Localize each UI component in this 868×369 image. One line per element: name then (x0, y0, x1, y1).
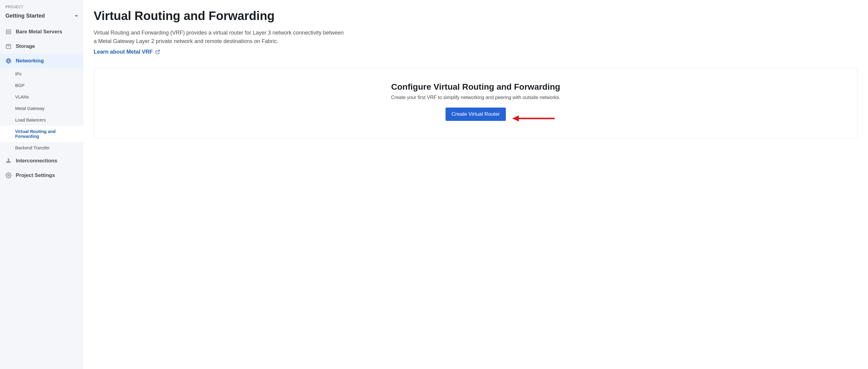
subnav-item-vlans[interactable]: VLANs (0, 91, 83, 103)
svg-point-8 (9, 162, 10, 163)
sidebar-item-label: Project Settings (16, 172, 55, 178)
empty-state-panel: Configure Virtual Routing and Forwarding… (94, 68, 858, 138)
panel-subtitle: Create your first VRF to simplify networ… (100, 95, 851, 100)
interconnections-icon (5, 158, 11, 164)
page-title: Virtual Routing and Forwarding (94, 9, 858, 23)
svg-rect-0 (6, 30, 11, 31)
sidebar-item-storage[interactable]: Storage (0, 39, 83, 54)
servers-icon (5, 29, 11, 35)
external-link-icon (155, 49, 160, 55)
learn-more-label: Learn about Metal VRF (94, 49, 153, 55)
sidebar-item-label: Interconnections (16, 158, 57, 164)
learn-more-link[interactable]: Learn about Metal VRF (94, 49, 160, 55)
project-selector[interactable]: Getting Started (0, 10, 83, 25)
svg-line-10 (157, 50, 160, 53)
sidebar-item-label: Networking (16, 58, 44, 64)
panel-title: Configure Virtual Routing and Forwarding (100, 82, 851, 92)
networking-subnav: IPs BGP VLANs Metal Gateway Load Balance… (0, 68, 83, 154)
subnav-item-metal-gateway[interactable]: Metal Gateway (0, 103, 83, 114)
subnav-item-bgp[interactable]: BGP (0, 80, 83, 91)
subnav-item-load-balancers[interactable]: Load Balancers (0, 114, 83, 126)
networking-icon (5, 58, 11, 64)
chevron-down-icon (75, 15, 78, 17)
sidebar-item-networking[interactable]: Networking (0, 54, 83, 68)
main-content: Virtual Routing and Forwarding Virtual R… (83, 0, 868, 369)
svg-point-7 (8, 162, 9, 163)
project-section-label: PROJECT (0, 2, 83, 10)
sidebar-item-label: Bare Metal Servers (16, 29, 62, 35)
sidebar-item-project-settings[interactable]: Project Settings (0, 168, 83, 183)
sidebar: PROJECT Getting Started Bare Metal Serve… (0, 0, 83, 369)
project-name: Getting Started (5, 13, 45, 19)
page-description: Virtual Routing and Forwarding (VRF) pro… (94, 29, 345, 46)
subnav-item-backend-transfer[interactable]: Backend Transfer (0, 142, 83, 154)
svg-point-9 (8, 175, 9, 176)
subnav-item-ips[interactable]: IPs (0, 68, 83, 80)
app-root: PROJECT Getting Started Bare Metal Serve… (0, 0, 868, 369)
sidebar-item-interconnections[interactable]: Interconnections (0, 154, 83, 168)
annotation-arrow (512, 114, 555, 124)
sidebar-item-label: Storage (16, 43, 35, 49)
subnav-item-vrf[interactable]: Virtual Routing and Forwarding (0, 126, 83, 142)
create-virtual-router-button[interactable]: Create Virtual Router (445, 107, 506, 121)
svg-point-5 (8, 159, 9, 160)
svg-rect-1 (6, 32, 11, 34)
svg-marker-12 (512, 115, 519, 122)
svg-point-6 (6, 162, 7, 163)
storage-icon (5, 43, 11, 49)
sidebar-nav: Bare Metal Servers Storage Networking (0, 25, 83, 183)
gear-icon (5, 172, 11, 178)
sidebar-item-servers[interactable]: Bare Metal Servers (0, 25, 83, 39)
